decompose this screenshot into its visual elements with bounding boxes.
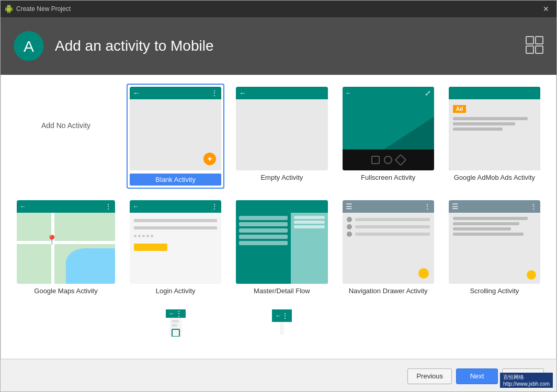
nav-home-btn xyxy=(384,156,392,164)
next-button[interactable]: Next xyxy=(456,368,498,384)
activity-card-login[interactable]: ← ⋮ Login Activity xyxy=(127,197,224,298)
back-arrow-icon: ← xyxy=(20,203,26,210)
back-arrow-icon: ← xyxy=(275,312,281,319)
activity-grid-row1: Add No Activity ← ⋮ + Blank Activity ← xyxy=(14,84,543,189)
activity-grid-row3: ← ⋮ ← ⋮ xyxy=(14,306,543,338)
scroll-line2 xyxy=(453,222,519,225)
maps-body: 📍 xyxy=(17,213,115,284)
master-item2 xyxy=(239,222,288,226)
watermark-line2: http://www.jxbh.com xyxy=(503,381,550,387)
map-water xyxy=(66,248,115,284)
admob-line2 xyxy=(453,122,515,125)
scroll-line3 xyxy=(453,227,511,230)
empty-activity-label: Empty Activity xyxy=(260,174,303,181)
master-detail-label: Master/Detail Flow xyxy=(254,287,310,295)
dot2 xyxy=(138,235,141,237)
activity-card-admob[interactable]: Ad Google AdMob Ads Activity xyxy=(446,84,543,185)
menu-dots-icon: ⋮ xyxy=(424,202,431,211)
admob-activity-label: Google AdMob Ads Activity xyxy=(454,174,535,181)
blank-top-bar: ← ⋮ xyxy=(130,87,221,99)
activity-card-partial2[interactable]: ← ⋮ xyxy=(233,306,331,338)
fullscreen-expand-icon: ⤢ xyxy=(425,89,431,97)
nav-line3 xyxy=(355,233,430,236)
empty-top-bar: ← xyxy=(236,87,327,99)
empty-phone-mockup: ← xyxy=(236,87,327,170)
partial-checkbox xyxy=(172,329,180,337)
activity-grid-row2: ← ⋮ 📍 Google Maps Activity ← ⋮ xyxy=(14,197,543,298)
maps-mockup: ← ⋮ 📍 xyxy=(17,200,115,284)
nav-recent-btn xyxy=(395,154,407,166)
login-dots xyxy=(134,235,217,237)
nav-drawer-fab xyxy=(418,268,429,279)
activity-card-maps[interactable]: ← ⋮ 📍 Google Maps Activity xyxy=(14,197,118,298)
ad-badge: Ad xyxy=(453,105,466,113)
header: A Add an activity to Mobile xyxy=(1,17,556,75)
partial-line2 xyxy=(172,324,177,327)
master-detail-pane xyxy=(291,213,327,284)
previous-button[interactable]: Previous xyxy=(407,368,452,384)
scroll-line1 xyxy=(453,217,528,220)
dot4 xyxy=(146,235,149,237)
activity-card-fullscreen[interactable]: ← ⤢ Fullscreen Activity xyxy=(339,84,437,185)
fab-button: + xyxy=(203,153,216,165)
activity-card-scrolling[interactable]: ☰ ⋮ Scrolling Activity xyxy=(446,197,543,298)
partial-body1 xyxy=(169,318,182,338)
header-logo: A xyxy=(13,30,44,62)
fullscreen-nav-bar xyxy=(343,149,434,170)
menu-dots-icon: ⋮ xyxy=(105,202,112,211)
fullscreen-top-bar: ← ⤢ xyxy=(343,87,434,99)
no-activity-label: Add No Activity xyxy=(41,121,90,130)
nav-circle1 xyxy=(347,217,352,222)
back-arrow-icon: ← xyxy=(239,89,246,97)
activity-card-nav-drawer[interactable]: ☰ ⋮ xyxy=(339,197,437,298)
activity-card-master-detail[interactable]: Master/Detail Flow xyxy=(233,197,331,298)
scrolling-mockup: ☰ ⋮ xyxy=(449,200,540,284)
activity-card-partial1[interactable]: ← ⋮ xyxy=(127,306,224,338)
back-arrow-icon: ← xyxy=(169,310,175,317)
blank-phone-mockup: ← ⋮ + xyxy=(130,87,221,170)
detail-line1 xyxy=(294,216,324,219)
blank-activity-label: Blank Activity xyxy=(130,174,221,186)
back-arrow-icon: ← xyxy=(133,89,140,97)
dot1 xyxy=(134,235,137,237)
login-activity-label: Login Activity xyxy=(156,287,196,295)
nav-drawer-top-bar: ☰ ⋮ xyxy=(343,200,434,213)
activity-card-no-activity[interactable]: Add No Activity xyxy=(14,84,118,167)
close-button[interactable]: ✕ xyxy=(540,4,552,14)
dot5 xyxy=(151,235,153,237)
fullscreen-body xyxy=(343,99,434,149)
map-pin-icon: 📍 xyxy=(46,234,58,246)
scrolling-top-bar: ☰ ⋮ xyxy=(449,200,540,213)
maps-activity-label: Google Maps Activity xyxy=(34,287,97,295)
android-icon xyxy=(5,5,13,13)
activity-card-empty[interactable]: ← Empty Activity xyxy=(233,84,331,185)
hamburger-icon: ☰ xyxy=(452,202,459,211)
nav-line1 xyxy=(355,218,430,221)
login-top-bar: ← ⋮ xyxy=(130,200,221,213)
master-item1 xyxy=(239,216,288,220)
maps-top-bar: ← ⋮ xyxy=(17,200,115,213)
nav-drawer-mockup: ☰ ⋮ xyxy=(343,200,434,284)
back-arrow-icon: ← xyxy=(133,203,139,210)
diagonal-dark xyxy=(383,117,434,149)
fullscreen-activity-label: Fullscreen Activity xyxy=(361,174,415,181)
menu-dots-icon: ⋮ xyxy=(211,89,218,97)
window-icon xyxy=(525,36,544,56)
login-field1 xyxy=(134,219,217,222)
empty-cell xyxy=(14,306,118,338)
map-road-horizontal xyxy=(17,241,115,244)
admob-line1 xyxy=(453,117,528,120)
title-bar-text: Create New Project xyxy=(16,5,71,13)
nav-circle3 xyxy=(347,232,352,237)
login-btn xyxy=(134,244,167,251)
login-field2 xyxy=(134,226,217,229)
footer: Previous Next Cancel xyxy=(1,359,556,392)
master-body xyxy=(236,213,327,284)
map-road-vertical xyxy=(51,213,54,284)
login-body xyxy=(130,213,221,284)
scroll-line4 xyxy=(453,233,524,236)
watermark: 百恒网络 http://www.jxbh.com xyxy=(500,373,553,388)
partial-top-bar2: ← ⋮ xyxy=(272,309,292,322)
activity-card-blank[interactable]: ← ⋮ + Blank Activity xyxy=(127,84,224,189)
menu-dots-icon: ⋮ xyxy=(281,312,289,320)
